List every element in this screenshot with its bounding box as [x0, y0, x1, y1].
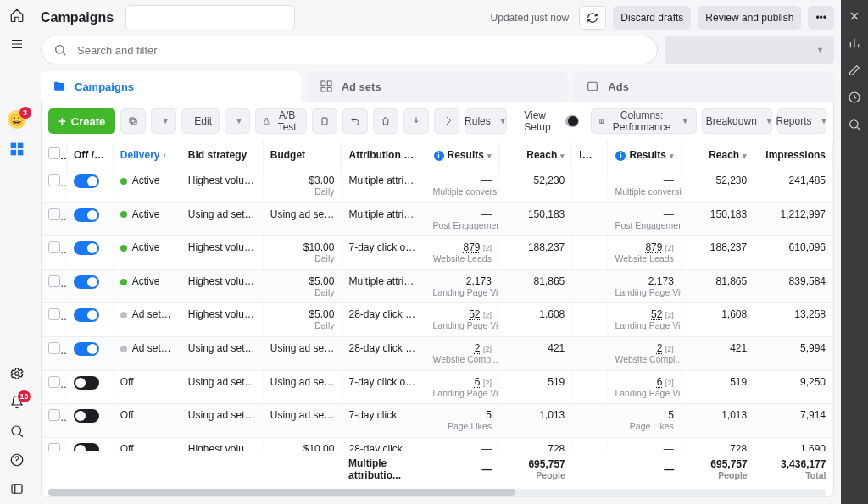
global-nav-rail: 😀3 10: [0, 0, 34, 504]
horizontal-scrollbar[interactable]: [48, 488, 826, 496]
account-avatar-icon[interactable]: 😀3: [8, 110, 26, 129]
tab-ads[interactable]: Ads: [574, 71, 834, 102]
row-impressions: 839,584: [754, 269, 833, 303]
duplicate-button[interactable]: [120, 108, 146, 134]
data-table-scroll[interactable]: Off / On Delivery ↑ Bid strategy Budget …: [42, 141, 833, 488]
row-toggle[interactable]: [67, 370, 114, 404]
row-impressions: 610,096: [754, 236, 833, 270]
col-checkbox[interactable]: [42, 141, 67, 169]
row-toggle[interactable]: [67, 202, 114, 236]
refresh-button[interactable]: [579, 6, 606, 30]
export-button[interactable]: [403, 108, 429, 134]
undo-button[interactable]: [342, 108, 368, 134]
row-toggle[interactable]: [67, 169, 114, 203]
col-reach[interactable]: Reach▾: [498, 141, 571, 169]
create-button[interactable]: +Create: [48, 108, 115, 134]
row-impr-partial: [572, 236, 608, 270]
row-checkbox[interactable]: [42, 303, 67, 337]
copy-button[interactable]: [312, 108, 337, 134]
tag-button[interactable]: [434, 108, 459, 134]
row-checkbox[interactable]: [42, 269, 67, 303]
row-checkbox[interactable]: [42, 169, 67, 203]
col-off-on[interactable]: Off / On: [67, 141, 114, 169]
home-icon[interactable]: [8, 7, 25, 24]
col-results-2[interactable]: iResults▾: [608, 141, 681, 169]
search-icon[interactable]: [8, 423, 25, 440]
breakdown-dropdown[interactable]: Breakdown▼: [702, 108, 772, 134]
help-icon[interactable]: [8, 451, 25, 468]
filter-preset-dropdown[interactable]: ▼: [665, 36, 834, 64]
discard-drafts-button[interactable]: Discard drafts: [613, 6, 691, 30]
row-results-2: 5Page Likes: [608, 404, 681, 438]
table-row[interactable]: Ad set offUsing ad set bid...Using ad se…: [42, 336, 833, 370]
row-impressions: 1,212,997: [754, 202, 833, 236]
rules-dropdown[interactable]: Rules▼: [465, 108, 508, 134]
delete-button[interactable]: [373, 108, 398, 134]
row-toggle[interactable]: [67, 269, 114, 303]
edit-dropdown[interactable]: ▼: [225, 108, 250, 134]
col-reach-2[interactable]: Reach▾: [681, 141, 754, 169]
more-actions-button[interactable]: •••: [808, 6, 834, 30]
review-publish-button[interactable]: Review and publish: [698, 6, 801, 30]
tab-campaigns-label: Campaigns: [75, 80, 134, 93]
account-selector[interactable]: [125, 5, 295, 30]
table-row[interactable]: Ad set offHighest volume$5.00Daily28-day…: [42, 303, 833, 337]
tab-adsets[interactable]: Ad sets: [308, 71, 568, 102]
tab-ads-label: Ads: [608, 80, 629, 93]
search-icon: [53, 43, 67, 57]
row-checkbox[interactable]: [42, 404, 67, 438]
tab-campaigns[interactable]: Campaigns: [41, 71, 301, 102]
col-results[interactable]: iResults▾: [426, 141, 498, 169]
charts-icon[interactable]: [847, 36, 862, 51]
ads-manager-grid-icon[interactable]: [8, 141, 25, 158]
settings-gear-icon[interactable]: [8, 365, 25, 382]
row-checkbox[interactable]: [42, 236, 67, 270]
edit-button[interactable]: Edit: [181, 108, 220, 134]
duplicate-dropdown[interactable]: ▼: [151, 108, 176, 134]
col-budget[interactable]: Budget: [263, 141, 342, 169]
ab-test-button[interactable]: A/B Test: [255, 108, 306, 134]
view-setup-toggle[interactable]: View Setup: [517, 108, 586, 134]
columns-dropdown[interactable]: Columns: Performance▼: [591, 108, 697, 134]
table-row[interactable]: ActiveUsing ad set bid...Using ad set bu…: [42, 202, 833, 236]
row-results-2: —Multiple conversions: [608, 169, 681, 203]
table-row[interactable]: OffUsing ad set bid...Using ad set bu...…: [42, 404, 833, 438]
history-clock-icon[interactable]: [847, 90, 862, 105]
search-filter-bar[interactable]: [41, 36, 658, 64]
table-row[interactable]: ActiveHighest volume$5.00DailyMultiple a…: [42, 269, 833, 303]
col-attribution[interactable]: Attribution setting: [342, 141, 426, 169]
totals-attribution: Multiple attributio...: [342, 450, 426, 488]
row-attribution: 28-day click or 1-...: [342, 336, 426, 370]
row-toggle[interactable]: [67, 336, 114, 370]
row-checkbox[interactable]: [42, 370, 67, 404]
menu-icon[interactable]: [8, 36, 25, 53]
totals-results-2: —: [608, 450, 681, 488]
close-icon[interactable]: [847, 8, 862, 24]
col-impr-partial[interactable]: Impre: [572, 141, 608, 169]
row-toggle[interactable]: [67, 303, 114, 337]
table-row[interactable]: ActiveHighest volume$10.00Daily7-day cli…: [42, 236, 833, 270]
row-bid: Using ad set bid...: [181, 336, 263, 370]
row-toggle[interactable]: [67, 236, 114, 270]
table-row[interactable]: OffUsing ad set bid...Using ad set bu...…: [42, 370, 833, 404]
collapse-panel-icon[interactable]: [8, 480, 25, 497]
row-results: 52 [2]Landing Page Vi...: [426, 303, 498, 337]
edit-pencil-icon[interactable]: [847, 63, 862, 78]
row-toggle[interactable]: [67, 404, 114, 438]
row-reach: 519: [498, 370, 571, 404]
col-delivery[interactable]: Delivery ↑: [113, 141, 181, 169]
row-budget: $5.00Daily: [263, 303, 342, 337]
row-checkbox[interactable]: [42, 336, 67, 370]
notifications-bell-icon[interactable]: 10: [8, 394, 25, 411]
col-impressions[interactable]: Impressions: [754, 141, 833, 169]
search-input[interactable]: [75, 43, 645, 58]
row-impressions: 7,914: [754, 404, 833, 438]
row-reach: 52,230: [498, 169, 571, 203]
row-reach-2: 52,230: [681, 169, 754, 203]
row-checkbox[interactable]: [42, 202, 67, 236]
reports-dropdown[interactable]: Reports▼: [777, 108, 826, 134]
col-bid[interactable]: Bid strategy: [181, 141, 263, 169]
zoom-icon[interactable]: [847, 117, 862, 132]
table-row[interactable]: ActiveHighest volume$3.00DailyMultiple a…: [42, 169, 833, 203]
svg-rect-16: [322, 118, 327, 125]
